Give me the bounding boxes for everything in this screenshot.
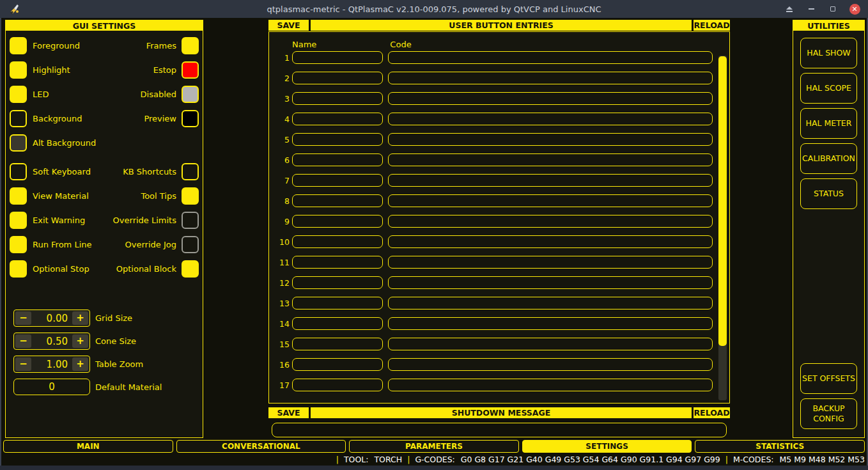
checkbox-setting-label: Tool Tips xyxy=(141,191,176,201)
utility-button-calibration[interactable]: CALIBRATION xyxy=(800,143,857,174)
user-button-code-input[interactable] xyxy=(388,379,713,391)
tab-parameters[interactable]: PARAMETERS xyxy=(349,440,519,453)
setting-checkbox[interactable] xyxy=(182,236,199,253)
color-swatch[interactable] xyxy=(10,37,27,54)
user-button-code-input[interactable] xyxy=(388,317,713,330)
utility-button-backup-config[interactable]: BACKUP CONFIG xyxy=(800,398,857,429)
row-number: 12 xyxy=(274,278,290,288)
utility-button-status[interactable]: STATUS xyxy=(800,178,857,209)
color-setting-label: Estop xyxy=(153,65,176,75)
user-button-name-input[interactable] xyxy=(292,133,383,146)
minimize-button[interactable] xyxy=(805,3,817,15)
tab-settings[interactable]: SETTINGS xyxy=(522,440,692,453)
spinbox-value[interactable]: 0.00 xyxy=(33,310,71,326)
user-button-name-input[interactable] xyxy=(292,338,383,350)
maximize-button[interactable] xyxy=(827,3,839,15)
setting-checkbox[interactable] xyxy=(10,163,27,180)
user-button-code-input[interactable] xyxy=(388,92,713,105)
setting-checkbox[interactable] xyxy=(10,260,27,278)
spinbox-value[interactable]: 1.00 xyxy=(33,356,71,372)
setting-checkbox[interactable] xyxy=(10,187,27,205)
user-button-name-input[interactable] xyxy=(292,379,383,391)
user-button-code-input[interactable] xyxy=(388,113,713,125)
row-number: 3 xyxy=(274,94,290,104)
color-swatch[interactable] xyxy=(10,134,27,152)
user-buttons-reload-button[interactable]: RELOAD xyxy=(694,20,730,31)
setting-checkbox[interactable] xyxy=(182,187,199,205)
utility-button-hal-meter[interactable]: HAL METER xyxy=(800,108,857,139)
close-button[interactable]: ✕ xyxy=(849,3,860,15)
user-button-name-input[interactable] xyxy=(292,174,383,187)
setting-checkbox[interactable] xyxy=(182,212,199,229)
shutdown-reload-button[interactable]: RELOAD xyxy=(694,407,730,418)
shade-icon xyxy=(786,6,793,12)
setting-checkbox[interactable] xyxy=(182,163,199,180)
user-button-name-input[interactable] xyxy=(292,72,383,84)
user-button-code-input[interactable] xyxy=(388,276,713,289)
user-button-code-input[interactable] xyxy=(388,51,713,64)
user-buttons-save-button[interactable]: SAVE xyxy=(268,20,309,31)
user-button-row: 16 xyxy=(274,358,713,371)
user-button-code-input[interactable] xyxy=(388,215,713,228)
color-setting-label: Foreground xyxy=(33,41,80,51)
color-swatch[interactable] xyxy=(182,110,199,127)
user-button-code-input[interactable] xyxy=(388,297,713,309)
spin-decrement-button[interactable]: − xyxy=(15,357,31,371)
user-button-code-input[interactable] xyxy=(388,72,713,84)
color-swatch[interactable] xyxy=(10,110,27,127)
color-swatch[interactable] xyxy=(10,61,27,79)
utility-button-set-offsets[interactable]: SET OFFSETS xyxy=(800,363,857,394)
user-button-name-input[interactable] xyxy=(292,317,383,330)
spin-decrement-button[interactable]: − xyxy=(15,334,31,348)
user-button-name-input[interactable] xyxy=(292,358,383,371)
status-separator: | xyxy=(725,455,728,464)
shutdown-save-button[interactable]: SAVE xyxy=(268,407,309,418)
user-button-code-input[interactable] xyxy=(388,358,713,371)
spinner-label: Grid Size xyxy=(95,313,132,323)
tab-main[interactable]: MAIN xyxy=(3,440,173,453)
user-button-name-input[interactable] xyxy=(292,51,383,64)
spin-increment-button[interactable]: + xyxy=(72,334,88,348)
color-swatch[interactable] xyxy=(10,86,27,103)
user-button-code-input[interactable] xyxy=(388,256,713,269)
tool-value: TORCH xyxy=(374,455,402,464)
setting-checkbox[interactable] xyxy=(182,260,199,278)
utility-button-hal-show[interactable]: HAL SHOW xyxy=(800,38,857,68)
checkbox-setting-label: Override Jog xyxy=(125,240,176,249)
spin-increment-button[interactable]: + xyxy=(72,311,88,325)
tab-conversational[interactable]: CONVERSATIONAL xyxy=(176,440,346,453)
color-setting-label: Frames xyxy=(146,41,176,51)
user-button-code-input[interactable] xyxy=(388,338,713,350)
setting-checkbox[interactable] xyxy=(10,212,27,229)
tab-statistics[interactable]: STATISTICS xyxy=(695,440,865,453)
user-button-code-input[interactable] xyxy=(388,174,713,187)
setting-checkbox[interactable] xyxy=(10,236,27,253)
spin-decrement-button[interactable]: − xyxy=(15,311,31,325)
user-button-code-input[interactable] xyxy=(388,153,713,166)
checkbox-setting-label: Soft Keyboard xyxy=(33,167,91,176)
default-material-input[interactable]: 0 xyxy=(13,379,90,395)
user-button-code-input[interactable] xyxy=(388,133,713,146)
user-button-name-input[interactable] xyxy=(292,194,383,207)
shade-button[interactable] xyxy=(784,3,795,15)
user-buttons-scrollbar[interactable] xyxy=(718,56,727,400)
color-swatch[interactable] xyxy=(182,86,199,103)
user-button-name-input[interactable] xyxy=(292,297,383,309)
color-swatch[interactable] xyxy=(182,37,199,54)
user-button-name-input[interactable] xyxy=(292,215,383,228)
user-button-name-input[interactable] xyxy=(292,235,383,248)
user-button-name-input[interactable] xyxy=(292,256,383,269)
user-button-code-input[interactable] xyxy=(388,235,713,248)
user-button-name-input[interactable] xyxy=(292,92,383,105)
color-swatch[interactable] xyxy=(182,61,199,79)
user-button-name-input[interactable] xyxy=(292,276,383,289)
row-number: 8 xyxy=(274,196,290,206)
utility-button-hal-scope[interactable]: HAL SCOPE xyxy=(800,73,857,104)
spin-increment-button[interactable]: + xyxy=(72,357,88,371)
spinbox-value[interactable]: 0.50 xyxy=(33,333,71,349)
scrollbar-thumb[interactable] xyxy=(718,56,727,346)
user-button-name-input[interactable] xyxy=(292,113,383,125)
shutdown-message-input[interactable] xyxy=(272,423,727,437)
user-button-name-input[interactable] xyxy=(292,153,383,166)
user-button-code-input[interactable] xyxy=(388,194,713,207)
